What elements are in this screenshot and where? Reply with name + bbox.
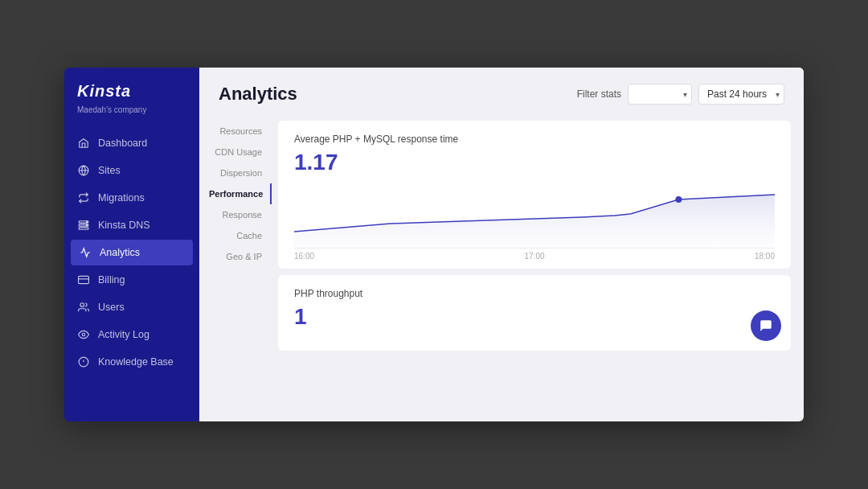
sidebar-item-migrations[interactable]: Migrations xyxy=(64,185,199,211)
sub-nav-cdn-usage[interactable]: CDN Usage xyxy=(199,142,272,162)
chart-title: Average PHP + MySQL response time xyxy=(294,134,775,145)
svg-point-10 xyxy=(82,333,85,336)
logo: Kinsta xyxy=(77,82,186,101)
sidebar: Kinsta Maedah's company Dashboard xyxy=(64,68,199,421)
sidebar-item-label: Kinsta DNS xyxy=(98,220,150,231)
users-icon xyxy=(77,301,90,314)
sidebar-item-label: Knowledge Base xyxy=(98,356,174,368)
svg-point-9 xyxy=(80,303,84,307)
sidebar-item-label: Billing xyxy=(98,274,125,286)
sidebar-item-label: Migrations xyxy=(98,192,145,203)
x-label-3: 18:00 xyxy=(755,252,775,261)
chart-value: 1.17 xyxy=(294,150,775,175)
chart-graph xyxy=(294,183,775,248)
chart-x-axis: 16:00 17:00 18:00 xyxy=(294,248,775,269)
svg-point-6 xyxy=(87,224,88,225)
info-icon xyxy=(77,355,90,368)
svg-marker-14 xyxy=(294,195,775,248)
globe-icon xyxy=(77,164,90,177)
logo-area: Kinsta xyxy=(64,68,199,104)
sub-nav: Resources CDN Usage Dispersion Performan… xyxy=(199,114,272,421)
time-range-select-wrapper[interactable]: Past 24 hours Past 7 days Past 30 days xyxy=(698,84,784,105)
chart-avg-php-mysql: Average PHP + MySQL response time 1.17 xyxy=(278,121,791,269)
svg-rect-4 xyxy=(79,228,88,229)
sidebar-nav: Dashboard Sites xyxy=(64,127,199,378)
filter-stats-label: Filter stats xyxy=(577,88,621,100)
sidebar-item-users[interactable]: Users xyxy=(64,294,199,320)
filter-stats-select[interactable] xyxy=(628,84,692,105)
chart-php-throughput: PHP throughput 1 xyxy=(278,275,791,351)
sidebar-item-activity-log[interactable]: Activity Log xyxy=(64,322,199,347)
sidebar-item-kinsta-dns[interactable]: Kinsta DNS xyxy=(64,212,199,238)
sidebar-item-label: Users xyxy=(98,302,125,313)
company-name: Maedah's company xyxy=(64,104,199,127)
sidebar-item-analytics[interactable]: Analytics xyxy=(71,240,193,265)
time-range-select[interactable]: Past 24 hours Past 7 days Past 30 days xyxy=(698,84,784,105)
x-label-2: 17:00 xyxy=(524,252,544,261)
filter-stats-select-wrapper[interactable] xyxy=(628,84,692,105)
sub-nav-response[interactable]: Response xyxy=(199,204,272,225)
sub-nav-dispersion[interactable]: Dispersion xyxy=(199,162,272,183)
sidebar-item-label: Dashboard xyxy=(98,138,147,149)
dns-icon xyxy=(77,219,90,232)
main-content: Analytics Filter stats Past 24 hours Pas… xyxy=(199,68,804,421)
chart-icon xyxy=(79,246,92,259)
arrows-icon xyxy=(77,191,90,204)
chart-title: PHP throughput xyxy=(294,288,775,299)
sidebar-item-sites[interactable]: Sites xyxy=(64,158,199,183)
sidebar-item-label: Analytics xyxy=(100,247,140,258)
svg-rect-7 xyxy=(79,276,89,283)
content-area: Resources CDN Usage Dispersion Performan… xyxy=(199,114,804,421)
chart-value: 1 xyxy=(294,304,775,330)
page-title: Analytics xyxy=(219,84,297,105)
sub-nav-resources[interactable]: Resources xyxy=(199,121,272,142)
charts-area: Average PHP + MySQL response time 1.17 xyxy=(272,114,804,421)
sidebar-item-dashboard[interactable]: Dashboard xyxy=(64,130,199,156)
x-label-1: 16:00 xyxy=(294,252,314,261)
sidebar-item-label: Sites xyxy=(98,165,121,176)
top-bar: Analytics Filter stats Past 24 hours Pas… xyxy=(199,68,804,114)
chat-button[interactable] xyxy=(751,310,781,341)
sidebar-item-knowledge-base[interactable]: Knowledge Base xyxy=(64,349,199,375)
sub-nav-geo-ip[interactable]: Geo & IP xyxy=(199,246,272,267)
sub-nav-cache[interactable]: Cache xyxy=(199,225,272,246)
svg-point-15 xyxy=(675,196,682,203)
sub-nav-performance[interactable]: Performance xyxy=(199,183,272,204)
billing-icon xyxy=(77,273,90,286)
top-bar-controls: Filter stats Past 24 hours Past 7 days P… xyxy=(577,84,784,105)
svg-point-5 xyxy=(87,221,88,222)
eye-icon xyxy=(77,328,90,341)
sidebar-item-label: Activity Log xyxy=(98,329,149,340)
sidebar-item-billing[interactable]: Billing xyxy=(64,267,199,293)
house-icon xyxy=(77,137,90,150)
